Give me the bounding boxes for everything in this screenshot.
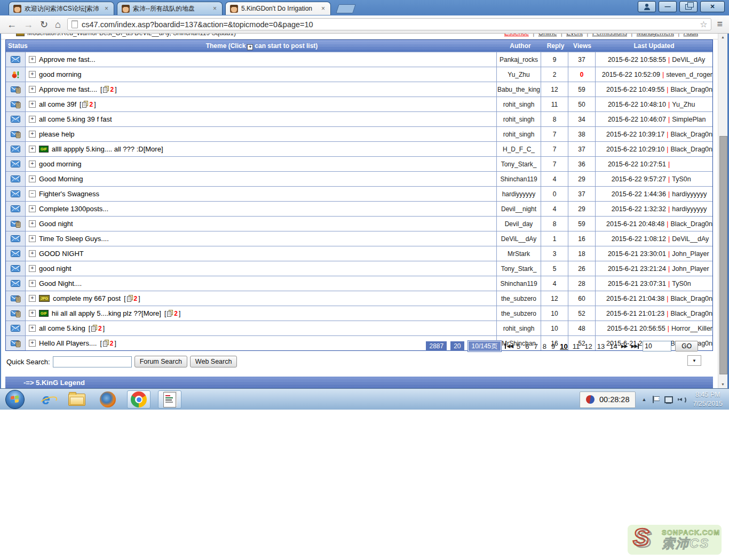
browser-tab[interactable]: 索沛--所有战队的地盘×: [117, 2, 223, 15]
pages-indicator[interactable]: [ 2 ]: [89, 325, 105, 332]
page-number-link[interactable]: 9: [551, 342, 555, 350]
last-reply-author-link[interactable]: Black_Drag0n: [670, 310, 712, 317]
author-link[interactable]: Devil_day: [505, 220, 533, 228]
jump-board-dropdown[interactable]: ▼: [687, 355, 701, 366]
board-link[interactable]: Online: [538, 33, 557, 37]
last-reply-author-link[interactable]: TyS0n: [672, 175, 691, 183]
expand-toggle[interactable]: +: [29, 175, 36, 182]
expand-toggle[interactable]: +: [29, 86, 36, 93]
quick-search-input[interactable]: [53, 356, 132, 367]
last-reply-author-link[interactable]: Horror__Killer: [671, 325, 712, 332]
last-reply-author-link[interactable]: SimplePlan: [672, 116, 706, 123]
author-link[interactable]: Shinchan119: [500, 280, 537, 287]
author-link[interactable]: the_subzero: [501, 295, 536, 302]
author-link[interactable]: MrStark: [508, 250, 530, 258]
taskbar-app-internet-explorer[interactable]: e: [34, 390, 58, 409]
expand-toggle[interactable]: +: [29, 101, 36, 108]
thread-title-link[interactable]: Complete 1300posts...: [39, 205, 108, 213]
timer-widget[interactable]: 00:28:28: [580, 391, 636, 408]
action-center-flag-icon[interactable]: [652, 396, 659, 403]
pages-indicator[interactable]: [ 2 ]: [164, 310, 180, 317]
expand-toggle[interactable]: +: [29, 325, 36, 332]
taskbar-app-chrome[interactable]: [127, 390, 150, 409]
reload-button[interactable]: ↻: [40, 20, 48, 29]
last-reply-author-link[interactable]: Black_Drag0n: [670, 295, 712, 302]
last-reply-author-link[interactable]: Black_Drag0n: [670, 220, 712, 228]
last-reply-author-link[interactable]: steven_d_roger: [666, 71, 712, 78]
expand-toggle[interactable]: +: [29, 161, 36, 167]
thread-title-link[interactable]: good morning: [39, 160, 82, 168]
taskbar-app-windows-explorer[interactable]: [65, 390, 89, 409]
back-button[interactable]: ←: [7, 20, 17, 29]
expand-toggle[interactable]: +: [29, 280, 36, 287]
board-link[interactable]: Audit: [684, 33, 698, 37]
last-reply-author-link[interactable]: John_Player: [672, 250, 709, 258]
thread-title-link[interactable]: GOOD NIGHT: [39, 250, 84, 258]
taskbar-app-document-viewer[interactable]: [158, 390, 181, 409]
close-button[interactable]: ✕: [700, 1, 725, 12]
first-page-icon[interactable]: ◀◀: [505, 343, 513, 349]
thread-title-link[interactable]: complete my 667 post: [53, 294, 121, 302]
current-page-number[interactable]: 10: [560, 342, 567, 350]
url-text[interactable]: cs47.com/index.asp?boardid=137&action=&t…: [82, 20, 696, 29]
tab-close-icon[interactable]: ×: [320, 5, 326, 12]
profile-button[interactable]: [638, 1, 656, 12]
menu-icon[interactable]: ≡: [717, 19, 723, 30]
home-button[interactable]: ⌂: [55, 20, 61, 29]
expand-toggle[interactable]: +: [29, 310, 36, 317]
page-number-link[interactable]: 6: [525, 342, 529, 350]
last-reply-author-link[interactable]: hardiyyyyyy: [672, 205, 707, 213]
last-reply-author-link[interactable]: DeViL_dAy: [672, 56, 705, 63]
minimize-button[interactable]: —: [659, 1, 677, 12]
go-button[interactable]: GO: [675, 341, 698, 351]
thread-title-link[interactable]: Approve me fast...: [39, 55, 96, 63]
volume-icon[interactable]: [679, 396, 687, 403]
thread-title-link[interactable]: Good night: [39, 220, 73, 228]
expand-toggle[interactable]: +: [29, 146, 36, 153]
browser-tab[interactable]: 欢迎访问索沛CS论坛[索沛×: [9, 2, 114, 15]
thread-title-link[interactable]: Time To Sleep Guys....: [39, 235, 109, 243]
expand-toggle[interactable]: +: [29, 340, 36, 347]
taskbar-app-firefox[interactable]: [96, 390, 120, 409]
board-link[interactable]: Permissions: [592, 33, 627, 37]
last-reply-author-link[interactable]: Black_Drag0n: [670, 131, 712, 138]
author-link[interactable]: the_subzero: [501, 310, 536, 317]
page-number-link[interactable]: 12: [584, 342, 592, 350]
thread-title-link[interactable]: all come 5.king: [39, 324, 85, 332]
author-link[interactable]: rohit_singh: [503, 101, 535, 108]
author-link[interactable]: DeViL__dAy: [501, 235, 536, 243]
pages-indicator[interactable]: [ 2 ]: [100, 340, 116, 347]
board-footer-title[interactable]: -=> 5.KinG Legend: [23, 379, 85, 387]
thread-title-link[interactable]: Good Night....: [39, 279, 82, 287]
forward-button[interactable]: →: [23, 20, 33, 29]
last-reply-author-link[interactable]: TyS0n: [672, 280, 691, 287]
expand-toggle[interactable]: +: [29, 235, 36, 242]
thread-title-link[interactable]: hii all all apply 5....king plz ??[More]: [52, 309, 161, 317]
hidden-icons-arrow[interactable]: ▲: [641, 397, 646, 402]
browser-tab[interactable]: 5.KinGDon't Do Irrigation×: [225, 2, 331, 15]
taskbar-app-start[interactable]: [3, 390, 27, 409]
bookmark-star-icon[interactable]: ☆: [700, 19, 707, 29]
author-link[interactable]: Devil__night: [501, 205, 536, 213]
forum-search-button[interactable]: Forum Search: [134, 356, 187, 367]
thread-title-link[interactable]: all come 5.king 39 f fast: [39, 115, 112, 123]
restore-button[interactable]: [679, 1, 698, 12]
thread-title-link[interactable]: allll appply 5.king.... all ??? :D[More]: [52, 145, 163, 153]
page-scrollbar[interactable]: ▲ ▼: [718, 33, 727, 388]
pages-indicator[interactable]: [ 2 ]: [80, 101, 96, 108]
jump-page-input[interactable]: [643, 341, 671, 351]
tab-close-icon[interactable]: ×: [212, 5, 218, 12]
author-link[interactable]: rohit_singh: [503, 116, 535, 123]
url-bar[interactable]: cs47.com/index.asp?boardid=137&action=&t…: [67, 18, 712, 30]
last-page-icon[interactable]: ▶▶: [631, 343, 639, 349]
scroll-up-icon[interactable]: ▲: [718, 33, 727, 41]
author-link[interactable]: H_D_F_C_: [503, 146, 535, 153]
pages-indicator[interactable]: [ 2 ]: [124, 295, 140, 302]
expand-toggle[interactable]: +: [29, 250, 36, 257]
tab-close-icon[interactable]: ×: [104, 5, 109, 12]
thread-title-link[interactable]: good morning: [39, 70, 82, 78]
last-reply-author-link[interactable]: DeViL__dAy: [672, 235, 709, 243]
web-search-button[interactable]: Web Search: [190, 356, 237, 367]
board-link[interactable]: Management: [637, 33, 674, 37]
author-link[interactable]: rohit_singh: [503, 325, 535, 332]
